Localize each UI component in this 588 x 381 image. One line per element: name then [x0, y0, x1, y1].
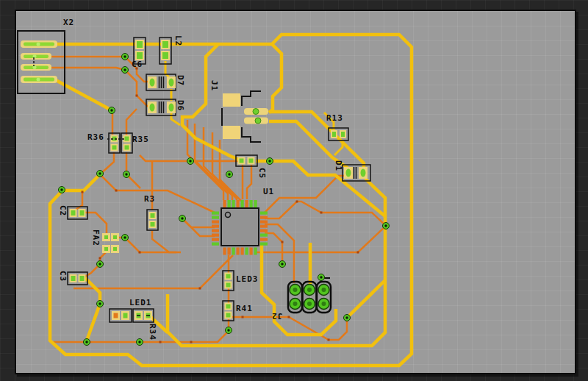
component-r36[interactable] [109, 133, 120, 153]
ic-pads-bottom[interactable] [223, 248, 257, 255]
label-fa2[interactable]: FA2 [92, 229, 100, 246]
component-outline [18, 31, 65, 93]
label-r13[interactable]: R13 [326, 114, 343, 122]
label-r36[interactable]: R36 [87, 133, 104, 141]
component-fa2[interactable] [102, 233, 119, 253]
label-d1[interactable]: D1 [334, 160, 343, 171]
component-r3[interactable] [147, 210, 158, 230]
component-c3[interactable] [68, 272, 87, 285]
label-r41[interactable]: R41 [236, 305, 253, 313]
label-x2[interactable]: X2 [63, 18, 74, 26]
label-d7[interactable]: D7 [176, 75, 184, 86]
ic-pads-right[interactable] [260, 212, 268, 246]
silkscreen-line [242, 91, 261, 106]
component-c5[interactable] [236, 155, 257, 166]
label-c2[interactable]: C2 [59, 205, 67, 216]
component-d6[interactable] [146, 99, 176, 115]
component-j1[interactable] [222, 91, 268, 142]
label-led1[interactable]: LED1 [129, 299, 152, 307]
diode-stripe [354, 167, 356, 179]
trace-layer [0, 0, 588, 381]
diode-stripe [159, 76, 164, 88]
component-d7[interactable] [146, 74, 176, 90]
component-l2[interactable] [159, 38, 171, 64]
label-c5[interactable]: C5 [258, 168, 266, 179]
label-l2[interactable]: L2 [174, 35, 182, 46]
label-r3[interactable]: R3 [144, 195, 155, 203]
component-d1[interactable] [343, 165, 370, 181]
ic-pads-left[interactable] [212, 212, 219, 246]
pad-center [37, 78, 40, 82]
ic-pads-top[interactable] [223, 200, 257, 207]
label-r34[interactable]: R34 [148, 324, 157, 341]
silkscreen-line [242, 127, 261, 142]
ic-body[interactable] [221, 208, 259, 246]
label-u1[interactable]: U1 [263, 188, 274, 196]
label-c6[interactable]: C6 [132, 60, 143, 68]
label-j1[interactable]: J1 [210, 80, 218, 91]
pad-center [37, 43, 40, 46]
label-c3[interactable]: C3 [59, 271, 67, 282]
component-u1[interactable] [212, 200, 268, 255]
component-led1[interactable] [110, 309, 154, 322]
label-led3[interactable]: LED3 [236, 275, 259, 283]
through-hole-pad[interactable] [290, 285, 329, 310]
pad[interactable] [223, 93, 240, 107]
pcb-editor-canvas[interactable]: X2 C6 L2 D7 D6 J1 R13 D1 R36 R35 C5 U1 R… [0, 0, 588, 381]
label-d6[interactable]: D6 [176, 100, 184, 111]
label-j2[interactable]: J2 [271, 312, 282, 320]
diode-stripe [159, 102, 164, 113]
component-x2[interactable] [18, 31, 65, 93]
label-r35[interactable]: R35 [132, 135, 149, 143]
component-r41[interactable] [223, 301, 234, 321]
component-led3[interactable] [223, 271, 234, 291]
pad[interactable] [223, 126, 240, 139]
